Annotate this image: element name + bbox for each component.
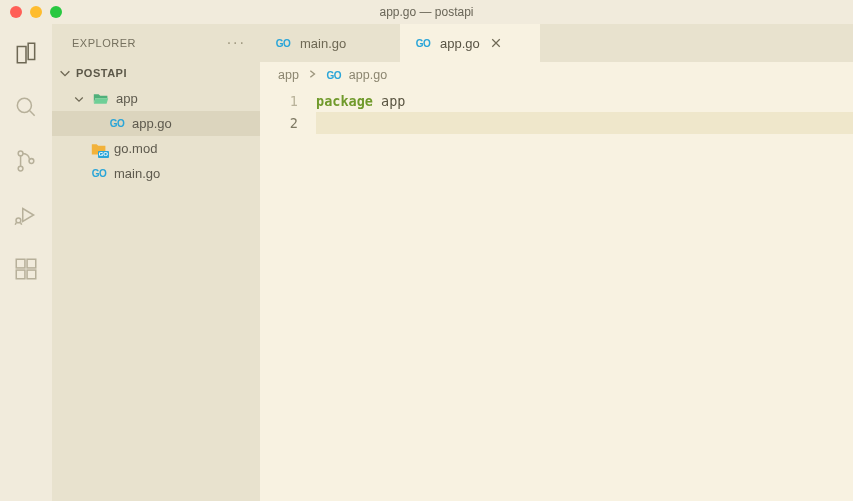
close-tab-icon[interactable] [488, 35, 504, 51]
window-title: app.go — postapi [0, 5, 853, 19]
tabs-bar: GO main.go GO app.go [260, 24, 853, 62]
tree-file-go-mod[interactable]: GO go.mod [52, 136, 260, 161]
chevron-down-icon [58, 66, 72, 80]
chevron-down-icon [72, 92, 86, 106]
close-window-button[interactable] [10, 6, 22, 18]
file-tree: app GO app.go GO go.mod GO main.go [52, 84, 260, 186]
breadcrumbs[interactable]: app GO app.go [260, 62, 853, 88]
minimize-window-button[interactable] [30, 6, 42, 18]
extensions-activity-icon[interactable] [13, 256, 39, 282]
code-line-current[interactable] [316, 112, 853, 134]
chevron-right-icon [307, 68, 317, 82]
tree-item-label: app [116, 91, 138, 106]
go-file-icon: GO [274, 35, 292, 51]
go-file-icon: GO [108, 116, 126, 132]
go-file-icon: GO [414, 35, 432, 51]
keyword-token: package [316, 93, 373, 109]
source-control-activity-icon[interactable] [13, 148, 39, 174]
sidebar: EXPLORER ··· POSTAPI app GO app [52, 24, 260, 501]
svg-rect-5 [16, 259, 25, 268]
tree-file-main-go[interactable]: GO main.go [52, 161, 260, 186]
go-mod-file-icon: GO [90, 142, 108, 156]
code-line[interactable]: package app [316, 90, 853, 112]
svg-point-2 [18, 166, 23, 171]
sidebar-more-icon[interactable]: ··· [227, 34, 246, 52]
run-debug-activity-icon[interactable] [13, 202, 39, 228]
explorer-section-header[interactable]: POSTAPI [52, 62, 260, 84]
tree-file-app-go[interactable]: GO app.go [52, 111, 260, 136]
tree-item-label: go.mod [114, 141, 157, 156]
breadcrumb-app: app [278, 68, 299, 82]
explorer-section-label: POSTAPI [76, 67, 127, 79]
tab-label: main.go [300, 36, 346, 51]
svg-point-3 [29, 159, 34, 164]
maximize-window-button[interactable] [50, 6, 62, 18]
tree-folder-app[interactable]: app [52, 86, 260, 111]
tab-label: app.go [440, 36, 480, 51]
tab-main-go[interactable]: GO main.go [260, 24, 400, 62]
svg-point-0 [17, 98, 31, 112]
breadcrumb-label[interactable]: app [278, 68, 299, 82]
line-number: 1 [260, 90, 298, 112]
svg-rect-8 [27, 259, 36, 268]
traffic-lights [10, 6, 62, 18]
tree-item-label: app.go [132, 116, 172, 131]
tree-item-label: main.go [114, 166, 160, 181]
go-file-icon: GO [90, 166, 108, 182]
svg-rect-7 [27, 270, 36, 279]
go-file-icon: GO [325, 67, 343, 83]
activity-bar [0, 24, 52, 501]
sidebar-header: EXPLORER ··· [52, 24, 260, 62]
line-number-gutter: 1 2 [260, 90, 316, 501]
sidebar-title: EXPLORER [72, 37, 136, 49]
svg-point-1 [18, 151, 23, 156]
code-lines[interactable]: package app [316, 90, 853, 501]
titlebar: app.go — postapi [0, 0, 853, 24]
folder-open-icon [92, 91, 110, 107]
svg-rect-6 [16, 270, 25, 279]
search-activity-icon[interactable] [13, 94, 39, 120]
svg-point-4 [16, 218, 21, 223]
breadcrumb-file: GO app.go [325, 67, 387, 83]
ident-token: app [373, 93, 406, 109]
code-editor[interactable]: 1 2 package app [260, 88, 853, 501]
editor-area: GO main.go GO app.go app GO app.go [260, 24, 853, 501]
explorer-activity-icon[interactable] [13, 40, 39, 66]
tabs-empty-area [540, 24, 853, 62]
breadcrumb-label[interactable]: app.go [349, 68, 387, 82]
tab-app-go[interactable]: GO app.go [400, 24, 540, 62]
